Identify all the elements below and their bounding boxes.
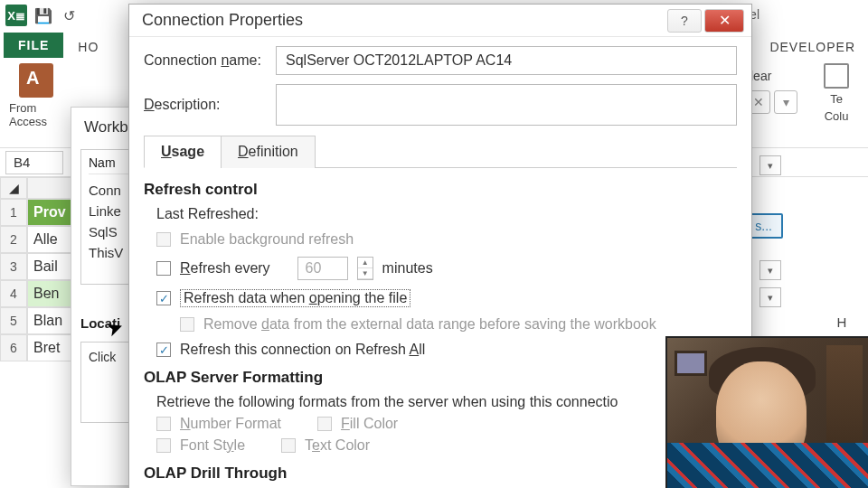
dialog-titlebar[interactable]: Connection Properties ? ✕	[129, 5, 751, 37]
undo-icon[interactable]: ↺	[60, 6, 78, 24]
row-header[interactable]: 5	[0, 307, 27, 334]
panel-dropdown-icon[interactable]: ▾	[760, 287, 781, 307]
select-all-corner[interactable]: ◢	[0, 177, 27, 199]
tab-usage[interactable]: Usage	[144, 136, 222, 168]
row-header[interactable]: 3	[0, 253, 27, 280]
refresh-on-open-label: Refresh data when opening the file	[180, 289, 410, 307]
save-icon[interactable]: 💾	[34, 6, 52, 24]
refresh-every-label: Refresh every	[180, 260, 270, 277]
text-to-columns-button[interactable]: Te Colu	[814, 63, 859, 123]
description-field[interactable]	[276, 84, 737, 126]
enable-background-refresh-label: Enable background refresh	[180, 231, 354, 248]
olap-formatting-section: OLAP Server Formatting Retrieve the foll…	[144, 369, 737, 454]
name-box[interactable]: B4	[5, 151, 63, 174]
olap-formatting-heading: OLAP Server Formatting	[144, 369, 737, 387]
dialog-tabs: Usage Definition	[144, 135, 737, 168]
refresh-control-section: Refresh control Last Refreshed: Enable b…	[144, 181, 737, 358]
fill-color-label: Fill Color	[341, 416, 398, 432]
olap-drill-heading: OLAP Drill Through	[144, 465, 737, 483]
fill-color-checkbox	[317, 417, 332, 431]
refresh-every-stepper[interactable]: ▲▼	[357, 257, 373, 280]
number-format-label: Number Format	[180, 416, 281, 432]
number-format-checkbox	[156, 417, 171, 431]
ribbon-right-group: lear ✕ ▾	[747, 63, 797, 114]
refresh-every-checkbox[interactable]	[156, 261, 171, 276]
columns-icon	[824, 63, 849, 89]
access-icon	[19, 63, 53, 98]
close-button[interactable]: ✕	[704, 9, 744, 33]
connection-properties-dialog: Connection Properties ? ✕ Connection nam…	[128, 4, 752, 488]
description-label: Description:	[144, 97, 276, 113]
help-button[interactable]: ?	[667, 9, 702, 33]
row-header[interactable]: 4	[0, 280, 27, 307]
row-header[interactable]: 1	[0, 199, 27, 226]
excel-icon: X≣	[5, 5, 27, 26]
tab-developer[interactable]: DEVELOPER	[757, 36, 868, 58]
refresh-control-heading: Refresh control	[144, 181, 737, 199]
enable-background-refresh-checkbox	[156, 232, 171, 247]
locations-hint: Click	[89, 350, 116, 364]
text-to-columns-label-b: Colu	[825, 109, 849, 123]
refresh-every-value[interactable]: 60	[297, 257, 348, 280]
col-header-h[interactable]: H	[828, 314, 855, 330]
remove-data-checkbox	[180, 317, 194, 332]
refresh-on-open-checkbox[interactable]	[156, 291, 171, 305]
webcam-overlay	[665, 336, 868, 488]
refresh-all-label: Refresh this connection on Refresh All	[180, 342, 425, 358]
refresh-all-checkbox[interactable]	[156, 343, 171, 357]
tab-file[interactable]: FILE	[4, 33, 63, 58]
minutes-label: minutes	[382, 260, 433, 277]
olap-formatting-sub: Retrieve the following formats from the …	[144, 394, 737, 410]
from-access-label: From Access	[9, 101, 63, 128]
text-color-label: Text Color	[305, 437, 370, 454]
font-style-checkbox	[156, 438, 171, 453]
tab-definition[interactable]: Definition	[221, 136, 316, 168]
last-refreshed-label: Last Refreshed:	[156, 206, 737, 222]
panel-dropdown[interactable]: ▾	[774, 90, 797, 114]
connection-name-label: Connection name:	[144, 52, 276, 69]
panel-dropdown-icon[interactable]: ▾	[760, 260, 781, 280]
font-style-label: Font Style	[180, 437, 245, 454]
panel-dropdown-icon[interactable]: ▾	[760, 155, 781, 175]
row-header[interactable]: 2	[0, 226, 27, 253]
tab-home[interactable]: HO	[65, 36, 111, 58]
olap-drill-section: OLAP Drill Through	[144, 465, 737, 483]
row-header[interactable]: 6	[0, 334, 27, 361]
connection-name-field[interactable]: SqlServer OCT2012LAPTOP AC14	[276, 46, 737, 75]
text-to-columns-label-a: Te	[830, 92, 843, 106]
text-color-checkbox	[281, 438, 296, 453]
dialog-title: Connection Properties	[137, 11, 665, 30]
from-access-button[interactable]: From Access	[9, 63, 63, 128]
remove-data-label: Remove data from the external data range…	[203, 316, 656, 333]
